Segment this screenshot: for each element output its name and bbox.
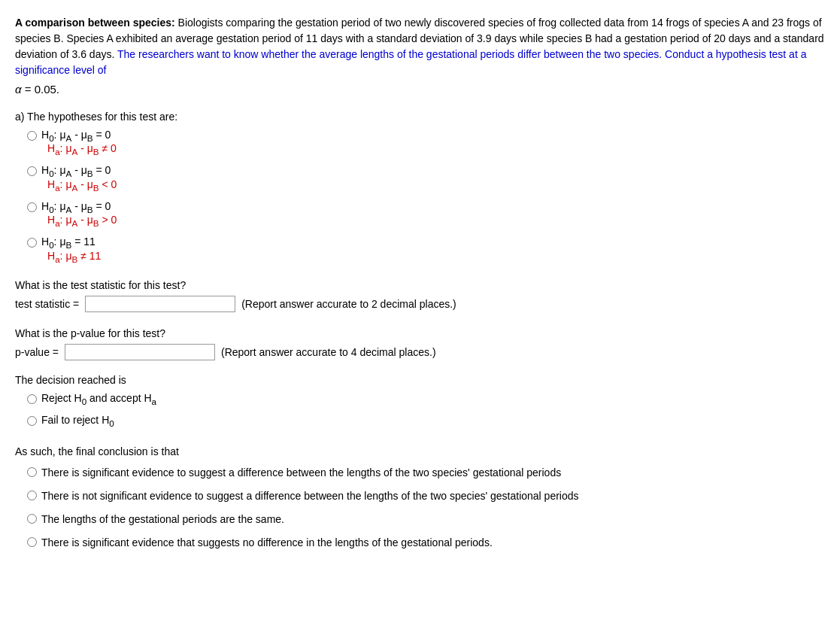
- p-value-question: What is the p-value for this test?: [15, 327, 825, 339]
- alpha-symbol: α = 0.05.: [15, 83, 59, 96]
- test-statistic-question: What is the test statistic for this test…: [15, 279, 825, 291]
- decision-label: The decision reached is: [15, 374, 825, 386]
- conclusion-label: As such, the final conclusion is that: [15, 445, 825, 457]
- h0-line-3: H0: μA - μB = 0: [41, 200, 117, 214]
- decision-label-2: Fail to reject H0: [41, 414, 114, 428]
- conclusion-text-3: The lengths of the gestational periods a…: [41, 512, 284, 527]
- ha-line-2: Ha: μA - μB < 0: [47, 178, 117, 193]
- test-statistic-note: (Report answer accurate to 2 decimal pla…: [241, 298, 456, 310]
- decision-option-2[interactable]: Fail to reject H0: [27, 414, 825, 428]
- intro-bold: A comparison between species:: [15, 17, 175, 29]
- section-a-label: a) The hypotheses for this test are:: [15, 111, 825, 123]
- conclusion-radio-1[interactable]: [27, 467, 37, 477]
- intro-paragraph: A comparison between species: Biologists…: [15, 15, 825, 99]
- h0-line-4: H0: μB = 11: [41, 236, 101, 250]
- conclusion-radio-3[interactable]: [27, 514, 37, 524]
- h0-line-2: H0: μA - μB = 0: [41, 164, 117, 178]
- ha-line-1: Ha: μA - μB ≠ 0: [47, 142, 117, 156]
- conclusion-option-1[interactable]: There is significant evidence to suggest…: [27, 465, 825, 481]
- hypothesis-radio-3[interactable]: [27, 202, 37, 212]
- hypothesis-radio-2[interactable]: [27, 166, 37, 176]
- ha-line-4: Ha: μB ≠ 11: [47, 250, 101, 264]
- conclusion-option-2[interactable]: There is not significant evidence to sug…: [27, 488, 825, 504]
- intro-blue: The researchers want to know whether the…: [15, 48, 806, 76]
- conclusion-options: There is significant evidence to suggest…: [27, 465, 825, 551]
- decision-options: Reject H0 and accept Ha Fail to reject H…: [27, 392, 825, 428]
- p-value-input[interactable]: [65, 344, 215, 360]
- ha-line-3: Ha: μA - μB > 0: [47, 214, 117, 228]
- conclusion-radio-2[interactable]: [27, 491, 37, 500]
- hypothesis-radio-1[interactable]: [27, 131, 37, 141]
- p-value-note: (Report answer accurate to 4 decimal pla…: [221, 346, 436, 358]
- hypothesis-option-4[interactable]: H0: μB = 11 Ha: μB ≠ 11: [27, 236, 825, 264]
- conclusion-radio-4[interactable]: [27, 537, 37, 547]
- hypothesis-option-1[interactable]: H0: μA - μB = 0 Ha: μA - μB ≠ 0: [27, 129, 825, 157]
- conclusion-text-4: There is significant evidence that sugge…: [41, 535, 493, 551]
- decision-option-1[interactable]: Reject H0 and accept Ha: [27, 392, 825, 406]
- test-statistic-label: test statistic =: [15, 298, 79, 310]
- conclusion-text-2: There is not significant evidence to sug…: [41, 488, 579, 504]
- p-value-label: p-value =: [15, 346, 59, 358]
- hypothesis-radio-4[interactable]: [27, 238, 37, 248]
- hypothesis-option-2[interactable]: H0: μA - μB = 0 Ha: μA - μB < 0: [27, 164, 825, 193]
- h0-line-1: H0: μA - μB = 0: [41, 129, 117, 143]
- test-statistic-row: test statistic = (Report answer accurate…: [15, 296, 825, 312]
- decision-radio-1[interactable]: [27, 394, 37, 404]
- test-statistic-input[interactable]: [85, 296, 235, 312]
- conclusion-option-4[interactable]: There is significant evidence that sugge…: [27, 535, 825, 551]
- hypothesis-option-3[interactable]: H0: μA - μB = 0 Ha: μA - μB > 0: [27, 200, 825, 229]
- decision-label-1: Reject H0 and accept Ha: [41, 392, 156, 406]
- conclusion-text-1: There is significant evidence to suggest…: [41, 465, 561, 481]
- p-value-row: p-value = (Report answer accurate to 4 d…: [15, 344, 825, 360]
- conclusion-option-3[interactable]: The lengths of the gestational periods a…: [27, 512, 825, 527]
- hypotheses-options: H0: μA - μB = 0 Ha: μA - μB ≠ 0 H0: μA -…: [27, 129, 825, 264]
- decision-radio-2[interactable]: [27, 416, 37, 426]
